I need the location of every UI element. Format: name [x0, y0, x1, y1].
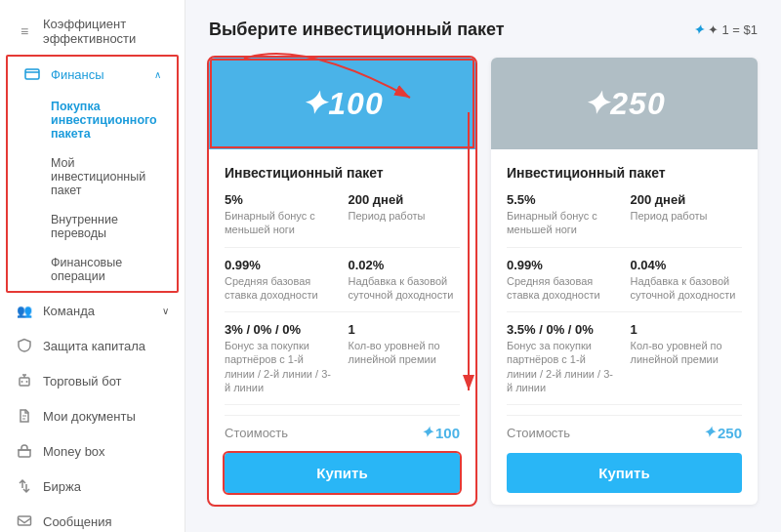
- card-250-cost-value: ✦ 250: [703, 424, 742, 441]
- card-100-row-1: 5% Бинарный бонус с меньшей ноги 200 дне…: [225, 192, 460, 248]
- sidebar-item-trading-bot[interactable]: Торговый бот: [0, 363, 185, 398]
- main-header: Выберите инвестиционный пакет ✦ ✦ 1 = $1: [209, 20, 758, 40]
- card-250-cost-row: Стоимость ✦ 250: [507, 415, 742, 441]
- sidebar-item-team[interactable]: Команда ∨: [0, 293, 185, 328]
- card-100-cell-3-1: 3% / 0% / 0% Бонус за покупки партнёров …: [225, 322, 337, 394]
- submenu-item-internal-transfers[interactable]: Внутренние переводы: [8, 205, 177, 248]
- card-100-cost-row: Стоимость ✦ 100: [225, 415, 460, 441]
- card-250-cell-1-2: 200 дней Период работы: [631, 192, 743, 237]
- card-100-header: ✦100: [209, 58, 475, 149]
- card-250-cell-2-1: 0.99% Средняя базовая ставка доходности: [507, 258, 619, 303]
- card-250-section-title: Инвестиционный пакет: [507, 165, 742, 181]
- svg-rect-0: [25, 69, 39, 79]
- sidebar-item-my-docs[interactable]: Мои документы: [0, 398, 185, 433]
- card-250-row-2: 0.99% Средняя базовая ставка доходности …: [507, 258, 742, 313]
- card-250-row-1: 5.5% Бинарный бонус с меньшей ноги 200 д…: [507, 192, 742, 248]
- svg-rect-5: [19, 516, 31, 525]
- sidebar-item-messages[interactable]: Сообщения: [0, 504, 185, 532]
- msg-icon: [16, 512, 33, 530]
- sidebar-item-efficiency[interactable]: Коэффициент эффективности: [0, 8, 185, 55]
- sidebar: Коэффициент эффективности Финансы ∧ Поку…: [0, 0, 185, 532]
- exchange-rate: ✦ ✦ 1 = $1: [693, 22, 758, 37]
- sidebar-item-capital-protection[interactable]: Защита капитала: [0, 328, 185, 363]
- card-100-section-title: Инвестиционный пакет: [225, 165, 460, 181]
- card-100-cost-value: ✦ 100: [421, 424, 460, 441]
- bot-icon: [16, 372, 33, 389]
- finance-icon: [23, 65, 41, 83]
- card-250-cell-3-1: 3.5% / 0% / 0% Бонус за покупки партнёро…: [507, 322, 619, 394]
- card-250-buy-button[interactable]: Купить: [507, 453, 742, 493]
- card-250-body: Инвестиционный пакет 5.5% Бинарный бонус…: [491, 149, 758, 505]
- sidebar-item-money-box[interactable]: Money box: [0, 433, 185, 469]
- card-100-cell-2-2: 0.02% Надбавка к базовой суточной доходн…: [349, 258, 461, 303]
- finances-group: Финансы ∧ Покупка инвестиционного пакета…: [0, 55, 185, 293]
- card-100-cell-1-2: 200 дней Период работы: [349, 192, 461, 237]
- svg-point-2: [21, 381, 23, 383]
- team-chevron: ∨: [162, 306, 169, 316]
- cards-container: ✦100 Инвестиционный пакет 5% Бинарный бо…: [209, 58, 758, 505]
- card-100: ✦100 Инвестиционный пакет 5% Бинарный бо…: [209, 58, 475, 505]
- card-100-amount: ✦100: [301, 85, 383, 122]
- exchange-rate-value: ✦ 1 = $1: [708, 22, 758, 37]
- card-100-cell-3-2: 1 Кол-во уровней по линейной премии: [349, 322, 461, 394]
- finances-chevron: ∧: [154, 69, 161, 80]
- card-100-cell-2-1: 0.99% Средняя базовая ставка доходности: [225, 258, 337, 303]
- card-250: ✦250 Инвестиционный пакет 5.5% Бинарный …: [491, 58, 758, 505]
- box-icon: [16, 442, 33, 460]
- card-100-cell-1-1: 5% Бинарный бонус с меньшей ноги: [225, 192, 337, 237]
- shield-icon: [16, 337, 33, 354]
- card-100-row-3: 3% / 0% / 0% Бонус за покупки партнёров …: [225, 322, 460, 405]
- exchange-icon: [16, 477, 33, 495]
- card-250-cell-1-1: 5.5% Бинарный бонус с меньшей ноги: [507, 192, 619, 237]
- card-250-cell-3-2: 1 Кол-во уровней по линейной премии: [631, 322, 743, 394]
- submenu-item-financial-ops[interactable]: Финансовые операции: [8, 248, 177, 291]
- page-title: Выберите инвестиционный пакет: [209, 20, 505, 40]
- card-250-amount: ✦250: [583, 85, 665, 122]
- submenu-item-buy-package[interactable]: Покупка инвестиционного пакета: [8, 92, 177, 148]
- card-100-body: Инвестиционный пакет 5% Бинарный бонус с…: [209, 149, 475, 505]
- card-250-header: ✦250: [491, 58, 758, 149]
- submenu-item-my-package[interactable]: Мой инвестиционный пакет: [8, 148, 177, 205]
- card-100-buy-button[interactable]: Купить: [225, 453, 460, 493]
- efficiency-icon: [16, 22, 33, 40]
- finances-label: Финансы: [51, 67, 144, 82]
- team-icon: [16, 302, 33, 319]
- card-250-row-3: 3.5% / 0% / 0% Бонус за покупки партнёро…: [507, 322, 742, 405]
- card-250-cell-2-2: 0.04% Надбавка к базовой суточной доходн…: [631, 258, 743, 303]
- svg-rect-4: [19, 450, 30, 457]
- sidebar-item-finances[interactable]: Финансы ∧: [8, 57, 177, 92]
- main-content: Выберите инвестиционный пакет ✦ ✦ 1 = $1…: [185, 0, 781, 532]
- finances-submenu: Покупка инвестиционного пакета Мой инвес…: [8, 92, 177, 291]
- svg-point-3: [26, 381, 28, 383]
- sidebar-item-label: Коэффициент эффективности: [43, 17, 169, 46]
- exchange-rate-icon: ✦: [693, 22, 704, 37]
- finances-border: Финансы ∧ Покупка инвестиционного пакета…: [6, 55, 179, 293]
- sidebar-item-exchange[interactable]: Биржа: [0, 469, 185, 504]
- card-100-row-2: 0.99% Средняя базовая ставка доходности …: [225, 258, 460, 313]
- doc-icon: [16, 407, 33, 425]
